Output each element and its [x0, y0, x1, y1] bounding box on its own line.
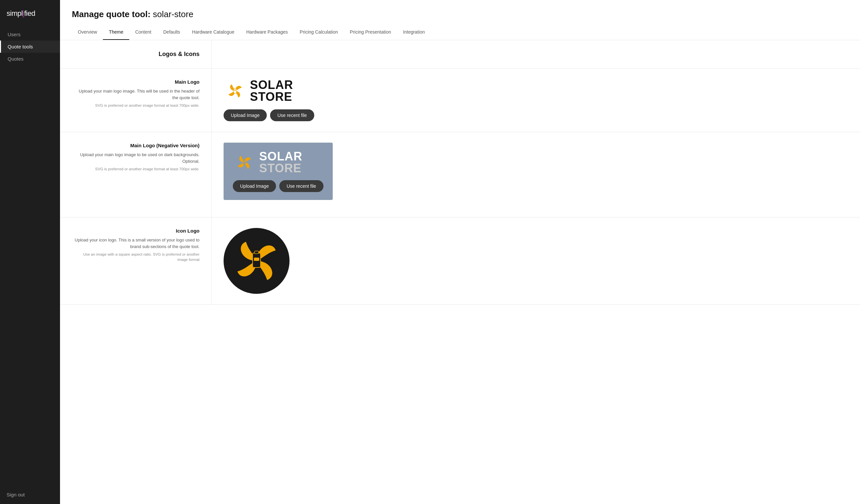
- main-logo-negative-buttons: Upload Image Use recent file: [233, 180, 324, 192]
- icon-logo-hint: Use an image with a square aspect ratio.…: [72, 252, 200, 262]
- main-logo-hint: SVG is preferred or another image format…: [72, 103, 200, 108]
- logo-accent: i: [23, 9, 24, 17]
- content-area: Logos & Icons Main Logo Upload your main…: [60, 40, 860, 504]
- icon-logo-title: Icon Logo: [72, 228, 200, 234]
- sidebar-item-users[interactable]: Users: [0, 28, 60, 41]
- main-logo-negative-desc: Upload your main logo image to be used o…: [72, 151, 200, 164]
- tab-integration[interactable]: Integration: [397, 26, 431, 40]
- pinwheel-icon-dark: [233, 151, 256, 174]
- icon-logo-desc: Upload your icon logo. This is a small v…: [72, 237, 200, 250]
- sign-out-button[interactable]: Sign out: [0, 485, 60, 504]
- main-logo-recent-button[interactable]: Use recent file: [270, 109, 314, 121]
- page-title: Manage quote tool: solar-store: [72, 9, 848, 19]
- header: Manage quote tool: solar-store Overview …: [60, 0, 860, 40]
- tab-defaults[interactable]: Defaults: [157, 26, 186, 40]
- main-logo-negative-recent-button[interactable]: Use recent file: [279, 180, 323, 192]
- main-logo-negative-preview: SOLAR STORE Upload Image Use recent file: [212, 132, 860, 217]
- tab-navigation: Overview Theme Content Defaults Hardware…: [72, 26, 848, 40]
- tab-hardware-catalogue[interactable]: Hardware Catalogue: [186, 26, 240, 40]
- main-logo-desc: Upload your main logo image. This will b…: [72, 88, 200, 101]
- icon-logo-image: [224, 228, 289, 294]
- section-title-left: Logos & Icons: [60, 40, 212, 68]
- tab-pricing-presentation[interactable]: Pricing Presentation: [344, 26, 397, 40]
- main-logo-dark-bg: SOLAR STORE Upload Image Use recent file: [224, 143, 333, 200]
- svg-rect-9: [255, 251, 259, 254]
- svg-rect-1: [234, 89, 236, 93]
- main-logo-image-preview: SOLAR STORE: [224, 79, 293, 103]
- solar-logo-text-dark: SOLAR STORE: [259, 150, 302, 174]
- main-content: Manage quote tool: solar-store Overview …: [60, 0, 860, 504]
- sidebar-nav: Users Quote tools Quotes: [0, 28, 60, 485]
- main-logo-preview: SOLAR STORE Upload Image Use recent file: [212, 69, 860, 132]
- svg-rect-5: [244, 160, 245, 160]
- main-logo-negative-row: Main Logo (Negative Version) Upload your…: [60, 132, 860, 218]
- main-logo-title: Main Logo: [72, 79, 200, 85]
- section-header-row: Logos & Icons: [60, 40, 860, 69]
- icon-logo-row: Icon Logo Upload your icon logo. This is…: [60, 218, 860, 305]
- solar-logo-dark-inner: SOLAR STORE: [233, 150, 302, 174]
- svg-rect-2: [234, 88, 236, 89]
- svg-rect-4: [243, 160, 246, 165]
- tab-content[interactable]: Content: [129, 26, 157, 40]
- solar-logo-light: SOLAR STORE: [224, 79, 293, 103]
- icon-logo-preview: [212, 218, 860, 305]
- app-logo: simplified: [0, 0, 60, 28]
- main-logo-row: Main Logo Upload your main logo image. T…: [60, 69, 860, 132]
- pinwheel-icon-light: [224, 79, 247, 102]
- svg-rect-3: [234, 90, 236, 91]
- sidebar-item-quote-tools[interactable]: Quote tools: [0, 41, 60, 53]
- tab-hardware-packages[interactable]: Hardware Packages: [240, 26, 294, 40]
- tab-pricing-calculation[interactable]: Pricing Calculation: [294, 26, 344, 40]
- sidebar: simplified Users Quote tools Quotes Sign…: [0, 0, 60, 504]
- main-logo-negative-hint: SVG is preferred or another image format…: [72, 166, 200, 172]
- section-title-right: [212, 40, 860, 68]
- tab-theme[interactable]: Theme: [103, 26, 129, 40]
- main-logo-negative-title: Main Logo (Negative Version): [72, 143, 200, 148]
- main-logo-upload-button[interactable]: Upload Image: [224, 109, 267, 121]
- main-logo-buttons: Upload Image Use recent file: [224, 109, 314, 121]
- sidebar-item-quotes[interactable]: Quotes: [0, 53, 60, 65]
- solar-logo-dark: SOLAR STORE: [233, 150, 302, 174]
- section-title: Logos & Icons: [72, 51, 200, 58]
- main-logo-negative-description: Main Logo (Negative Version) Upload your…: [60, 132, 212, 217]
- tab-overview[interactable]: Overview: [72, 26, 103, 40]
- svg-rect-6: [244, 161, 245, 162]
- icon-logo-description: Icon Logo Upload your icon logo. This is…: [60, 218, 212, 305]
- solar-logo-text-light: SOLAR STORE: [250, 79, 293, 103]
- main-logo-description: Main Logo Upload your main logo image. T…: [60, 69, 212, 132]
- svg-rect-10: [254, 257, 259, 261]
- main-logo-negative-upload-button[interactable]: Upload Image: [233, 180, 276, 192]
